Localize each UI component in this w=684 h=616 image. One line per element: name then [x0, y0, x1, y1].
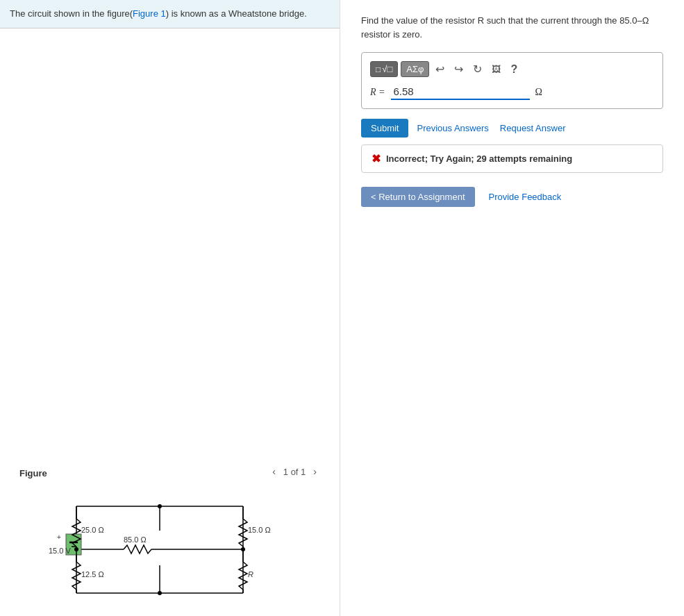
error-message: Incorrect; Try Again; 29 attempts remain… — [386, 153, 572, 164]
error-icon: ✖ — [372, 152, 381, 165]
sqrt-button[interactable]: □ √□ — [370, 61, 398, 77]
request-answer-link[interactable]: Request Answer — [500, 123, 566, 133]
resistor-R: R — [239, 549, 253, 593]
svg-text:15.0 V: 15.0 V — [49, 547, 71, 555]
figure-link[interactable]: Figure 1 — [133, 8, 166, 19]
answer-box: □ √□ ΑΣφ ↩ ↪ ↻ 🖼 ? R = Ω — [361, 52, 663, 109]
circuit-diagram: + 25.0 Ω — [0, 485, 340, 616]
svg-point-27 — [74, 547, 78, 551]
resistor-15: 15.0 Ω — [239, 506, 271, 549]
undo-button[interactable]: ↩ — [432, 61, 448, 77]
svg-text:+: + — [57, 533, 61, 541]
svg-point-29 — [158, 504, 162, 508]
greek-label: ΑΣφ — [406, 64, 424, 74]
submit-row: Submit Previous Answers Request Answer — [361, 119, 663, 138]
svg-point-28 — [241, 547, 245, 551]
figure-label: Figure — [10, 463, 57, 481]
problem-text-before: The circuit shown in the figure( — [10, 8, 133, 19]
problem-text-after: ) is known as a Wheatstone bridge. — [166, 8, 307, 19]
return-assignment-button[interactable]: < Return to Assignment — [361, 187, 475, 207]
formula-toolbar: □ √□ ΑΣφ ↩ ↪ ↻ 🖼 ? — [370, 61, 654, 77]
refresh-button[interactable]: ↻ — [469, 61, 485, 77]
sqrt-label: √□ — [382, 64, 392, 74]
submit-button[interactable]: Submit — [361, 119, 408, 138]
help-button[interactable]: ? — [507, 62, 521, 77]
figure-area: Figure ‹ 1 of 1 › — [0, 28, 340, 617]
svg-point-30 — [158, 591, 162, 595]
previous-answers-link[interactable]: Previous Answers — [417, 123, 488, 133]
image-button[interactable]: 🖼 — [488, 63, 504, 76]
greek-button[interactable]: ΑΣφ — [401, 61, 429, 77]
figure-nav-text: 1 of 1 — [283, 467, 306, 477]
provide-feedback-link[interactable]: Provide Feedback — [489, 192, 562, 202]
svg-text:25.0 Ω: 25.0 Ω — [81, 526, 104, 534]
bottom-actions: < Return to Assignment Provide Feedback — [361, 187, 663, 207]
figure-prev-button[interactable]: ‹ — [269, 465, 279, 478]
input-row: R = Ω — [370, 84, 654, 100]
question-text: Find the value of the resistor R such th… — [361, 14, 663, 41]
figure-next-button[interactable]: › — [310, 465, 320, 478]
figure-nav: ‹ 1 of 1 › — [259, 462, 330, 481]
circuit-svg: + 25.0 Ω — [14, 492, 271, 607]
redo-button[interactable]: ↪ — [451, 61, 467, 77]
sqrt-icon: □ — [376, 65, 381, 74]
resistor-12-5: 12.5 Ω — [72, 549, 104, 593]
problem-text-area: The circuit shown in the figure(Figure 1… — [0, 0, 340, 28]
input-label: R = — [370, 87, 385, 98]
figure-header: Figure ‹ 1 of 1 › — [0, 458, 340, 485]
unit-label: Ω — [535, 87, 542, 98]
resistor-85: 85.0 Ω — [111, 535, 208, 553]
answer-input[interactable] — [391, 84, 530, 100]
svg-text:15.0 Ω: 15.0 Ω — [248, 526, 271, 534]
svg-text:12.5 Ω: 12.5 Ω — [81, 570, 104, 578]
svg-text:R: R — [248, 570, 253, 578]
svg-text:85.0 Ω: 85.0 Ω — [124, 535, 147, 544]
error-box: ✖ Incorrect; Try Again; 29 attempts rema… — [361, 144, 663, 173]
